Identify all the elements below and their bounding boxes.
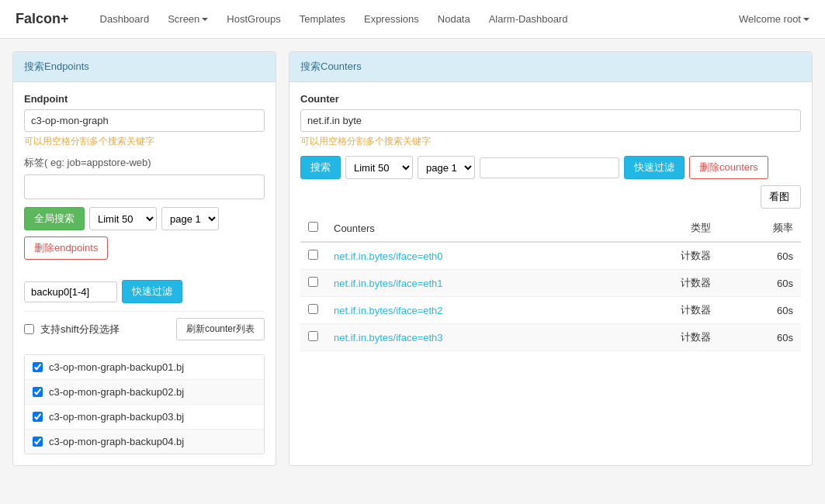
- tag-input[interactable]: [24, 174, 265, 199]
- row2-checkbox[interactable]: [308, 277, 318, 287]
- row2-type: 计数器: [613, 270, 719, 297]
- refresh-counter-button[interactable]: 刷新counter列表: [176, 318, 265, 340]
- row4-counter[interactable]: net.if.in.bytes/iface=eth3: [334, 332, 443, 343]
- shift-checkbox[interactable]: [24, 324, 34, 334]
- nav-hostgroups[interactable]: HostGroups: [227, 13, 280, 25]
- row3-counter[interactable]: net.if.in.bytes/iface=eth2: [334, 305, 443, 316]
- row4-checkbox[interactable]: [308, 331, 318, 341]
- navbar: Falcon+ Dashboard Screen HostGroups Temp…: [0, 0, 825, 39]
- endpoint-label-3: c3-op-mon-graph-backup03.bj: [49, 411, 184, 423]
- filter-input[interactable]: [24, 281, 117, 302]
- nav-expressions[interactable]: Expressions: [364, 13, 419, 25]
- nav-screen[interactable]: Screen: [168, 13, 208, 25]
- endpoint-label-4: c3-op-mon-graph-backup04.bj: [49, 436, 184, 447]
- endpoint-label-1: c3-op-mon-graph-backup01.bj: [49, 361, 184, 373]
- row1-counter[interactable]: net.if.in.bytes/iface=eth0: [334, 250, 443, 262]
- endpoint-checkbox-1[interactable]: [33, 362, 43, 372]
- brand: Falcon+: [16, 11, 69, 27]
- table-row: net.if.in.bytes/iface=eth1 计数器 60s: [300, 270, 801, 297]
- nav-user-label: Welcome root: [739, 13, 801, 25]
- counter-table: Counters 类型 频率 net.if.in.bytes/iface=eth…: [300, 215, 801, 351]
- col-type: 类型: [613, 215, 719, 242]
- endpoint-input[interactable]: [24, 109, 265, 132]
- quick-filter-right-button[interactable]: 快速过滤: [624, 156, 685, 179]
- delete-endpoints-button[interactable]: 删除endpoints: [24, 236, 108, 260]
- col-counters: Counters: [326, 215, 613, 242]
- page-select-right[interactable]: page 1 page 2 page 3: [418, 156, 475, 179]
- left-panel: 搜索Endpoints Endpoint 可以用空格分割多个搜索关键字 标签( …: [12, 51, 276, 466]
- counter-label: Counter: [300, 93, 801, 105]
- nav-alarm-dashboard[interactable]: Alarm-Dashboard: [489, 13, 568, 25]
- view-toolbar: 看图: [300, 185, 801, 209]
- view-graph-button[interactable]: 看图: [761, 185, 801, 209]
- row1-rate: 60s: [719, 242, 801, 270]
- row3-checkbox[interactable]: [308, 304, 318, 314]
- counter-hint: 可以用空格分割多个搜索关键字: [300, 135, 801, 148]
- row2-counter[interactable]: net.if.in.bytes/iface=eth1: [334, 278, 443, 289]
- row2-rate: 60s: [719, 270, 801, 297]
- select-all-checkbox[interactable]: [308, 222, 318, 232]
- endpoint-item-3: c3-op-mon-graph-backup03.bj: [25, 405, 264, 430]
- row4-rate: 60s: [719, 324, 801, 351]
- endpoint-checkbox-4[interactable]: [33, 437, 43, 447]
- page-select-left[interactable]: page 1 page 2 page 3: [161, 207, 219, 230]
- counter-input[interactable]: [300, 109, 801, 132]
- view-graph-label: 看图: [769, 190, 789, 204]
- endpoint-list: c3-op-mon-graph-backup01.bj c3-op-mon-gr…: [24, 354, 265, 454]
- endpoint-label: Endpoint: [24, 93, 265, 105]
- table-row: net.if.in.bytes/iface=eth0 计数器 60s: [300, 242, 801, 270]
- bottom-bar: 支持shift分段选择 刷新counter列表: [24, 311, 265, 347]
- row1-type: 计数器: [613, 242, 719, 270]
- nav-screen-label: Screen: [168, 13, 199, 25]
- endpoint-label-2: c3-op-mon-graph-backup02.bj: [49, 386, 184, 398]
- left-panel-body: Endpoint 可以用空格分割多个搜索关键字 标签( eg: job=apps…: [13, 82, 276, 465]
- quick-filter-button[interactable]: 快速过滤: [122, 280, 182, 303]
- delete-counters-button[interactable]: 删除counters: [689, 156, 768, 179]
- right-panel-body: Counter 可以用空格分割多个搜索关键字 搜索 Limit 50 Limit…: [289, 82, 812, 362]
- table-row: net.if.in.bytes/iface=eth3 计数器 60s: [300, 324, 801, 351]
- filter-toolbar: 快速过滤: [24, 280, 265, 303]
- nav-nodata[interactable]: Nodata: [438, 13, 470, 25]
- endpoint-checkbox-3[interactable]: [33, 412, 43, 422]
- endpoint-item-4: c3-op-mon-graph-backup04.bj: [25, 430, 264, 454]
- user-chevron-icon: [803, 18, 809, 21]
- tag-label: 标签( eg: job=appstore-web): [24, 156, 265, 170]
- row1-checkbox[interactable]: [308, 250, 318, 260]
- search-counter-button[interactable]: 搜索: [300, 156, 341, 179]
- right-toolbar: 搜索 Limit 50 Limit 10 Limit 100 Limit 200…: [300, 156, 801, 179]
- table-row: net.if.in.bytes/iface=eth2 计数器 60s: [300, 297, 801, 324]
- endpoint-item-2: c3-op-mon-graph-backup02.bj: [25, 380, 264, 405]
- shift-label: 支持shift分段选择: [40, 323, 120, 337]
- main-content: 搜索Endpoints Endpoint 可以用空格分割多个搜索关键字 标签( …: [0, 39, 825, 478]
- row4-type: 计数器: [613, 324, 719, 351]
- right-panel: 搜索Counters Counter 可以用空格分割多个搜索关键字 搜索 Lim…: [289, 51, 813, 466]
- nav-user[interactable]: Welcome root: [739, 13, 809, 25]
- right-panel-header: 搜索Counters: [289, 52, 812, 82]
- endpoint-hint: 可以用空格分割多个搜索关键字: [24, 135, 265, 148]
- left-panel-header: 搜索Endpoints: [13, 52, 276, 82]
- nav-dashboard[interactable]: Dashboard: [100, 13, 150, 25]
- search-toolbar: 全局搜索 Limit 50 Limit 10 Limit 100 Limit 2…: [24, 207, 265, 230]
- col-rate: 频率: [719, 215, 801, 242]
- row3-type: 计数器: [613, 297, 719, 324]
- endpoint-checkbox-2[interactable]: [33, 387, 43, 397]
- endpoint-item-1: c3-op-mon-graph-backup01.bj: [25, 355, 264, 380]
- chevron-down-icon: [202, 18, 208, 21]
- limit-select-right[interactable]: Limit 50 Limit 10 Limit 100 Limit 200: [345, 156, 413, 179]
- limit-select-left[interactable]: Limit 50 Limit 10 Limit 100 Limit 200: [89, 207, 157, 230]
- nav-templates[interactable]: Templates: [300, 13, 345, 25]
- counter-filter-input[interactable]: [480, 157, 619, 178]
- global-search-button[interactable]: 全局搜索: [24, 207, 85, 230]
- row3-rate: 60s: [719, 297, 801, 324]
